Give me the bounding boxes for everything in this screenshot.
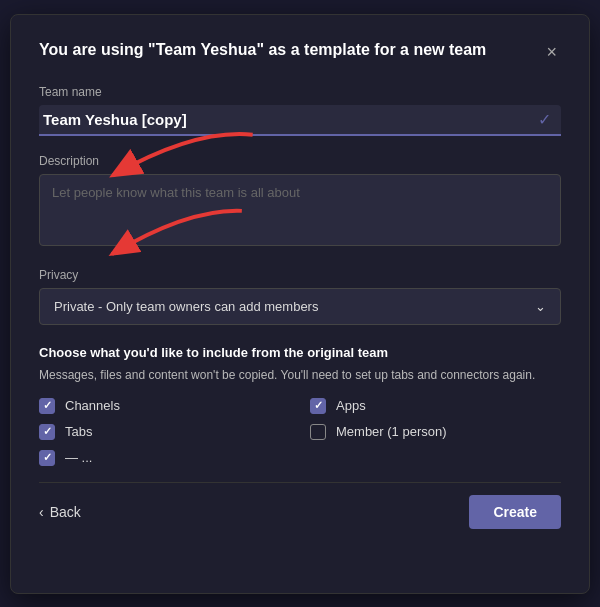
chevron-down-icon: ⌄ (535, 299, 546, 314)
privacy-value: Private - Only team owners can add membe… (54, 299, 318, 314)
checkbox-extra[interactable]: ✓ (39, 450, 55, 466)
checkboxes-grid: ✓ Channels ✓ Apps ✓ Tabs Member (1 perso… (39, 398, 561, 440)
description-section: Description (39, 154, 561, 250)
modal-container: You are using "Team Yeshua" as a templat… (10, 14, 590, 594)
privacy-dropdown[interactable]: Private - Only team owners can add membe… (39, 288, 561, 325)
modal-title: You are using "Team Yeshua" as a templat… (39, 39, 486, 61)
choose-section: Choose what you'd like to include from t… (39, 345, 561, 466)
extra-row: ✓ — ... (39, 450, 561, 466)
privacy-section: Privacy Private - Only team owners can a… (39, 268, 561, 325)
modal-footer: ‹ Back Create (39, 482, 561, 529)
checkbox-channels[interactable]: ✓ (39, 398, 55, 414)
back-label: Back (50, 504, 81, 520)
privacy-label: Privacy (39, 268, 561, 282)
checkbox-item-members: Member (1 person) (310, 424, 561, 440)
close-button[interactable]: × (542, 41, 561, 63)
check-icon: ✓ (538, 110, 551, 129)
choose-section-desc: Messages, files and content won't be cop… (39, 366, 561, 384)
team-name-input[interactable] (39, 105, 561, 134)
checkbox-item-tabs: ✓ Tabs (39, 424, 290, 440)
modal-header: You are using "Team Yeshua" as a templat… (39, 39, 561, 63)
choose-section-title: Choose what you'd like to include from t… (39, 345, 561, 360)
back-arrow-icon: ‹ (39, 504, 44, 520)
checkbox-item-apps: ✓ Apps (310, 398, 561, 414)
team-name-label: Team name (39, 85, 561, 99)
checkbox-apps[interactable]: ✓ (310, 398, 326, 414)
checkbox-item-channels: ✓ Channels (39, 398, 290, 414)
checkbox-label-channels: Channels (65, 398, 120, 413)
create-button[interactable]: Create (469, 495, 561, 529)
checkbox-label-apps: Apps (336, 398, 366, 413)
checkbox-tabs[interactable]: ✓ (39, 424, 55, 440)
back-button[interactable]: ‹ Back (39, 504, 81, 520)
team-name-input-wrap: ✓ (39, 105, 561, 136)
checkbox-label-members: Member (1 person) (336, 424, 447, 439)
team-name-section: Team name ✓ (39, 85, 561, 136)
checkbox-label-tabs: Tabs (65, 424, 92, 439)
description-input[interactable] (39, 174, 561, 246)
description-label: Description (39, 154, 561, 168)
checkbox-members[interactable] (310, 424, 326, 440)
extra-label: — ... (65, 450, 92, 465)
